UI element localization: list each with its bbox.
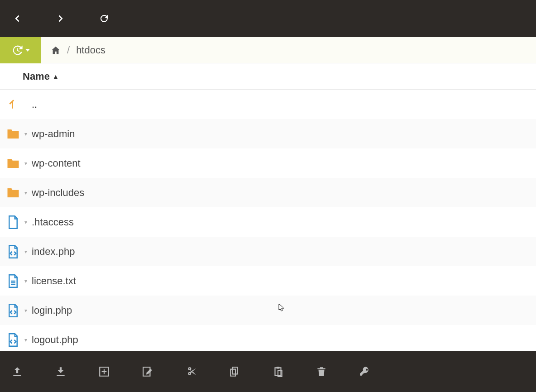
scissors-icon bbox=[185, 366, 197, 378]
row-menu-caret[interactable]: ▾ bbox=[22, 219, 30, 225]
column-header-name[interactable]: Name ▲ bbox=[0, 63, 536, 90]
copy-icon bbox=[229, 366, 240, 378]
file-row[interactable]: ▾license.txt bbox=[0, 266, 536, 296]
folder-icon bbox=[5, 128, 22, 140]
key-icon bbox=[359, 366, 371, 378]
new-button[interactable] bbox=[95, 363, 113, 381]
refresh-icon bbox=[99, 13, 110, 24]
row-menu-caret[interactable]: ▾ bbox=[22, 278, 30, 284]
file-row[interactable]: ▾.htaccess bbox=[0, 207, 536, 237]
breadcrumb-home[interactable] bbox=[51, 45, 61, 55]
folder-row[interactable]: ▾wp-admin bbox=[0, 119, 536, 148]
parent-directory-row[interactable]: .. bbox=[0, 90, 536, 119]
paste-icon bbox=[272, 366, 284, 378]
file-row[interactable]: ▾login.php bbox=[0, 296, 536, 325]
entry-name: logout.php bbox=[30, 334, 78, 346]
entry-name: .htaccess bbox=[30, 216, 74, 228]
file-icon bbox=[5, 215, 22, 229]
code-file-icon bbox=[5, 304, 22, 317]
entry-name: license.txt bbox=[30, 275, 76, 287]
caret-down-icon bbox=[25, 48, 30, 53]
entry-name: wp-includes bbox=[30, 187, 84, 199]
folder-icon bbox=[5, 158, 22, 169]
download-icon bbox=[55, 366, 67, 378]
edit-icon bbox=[142, 366, 153, 378]
download-button[interactable] bbox=[52, 363, 70, 381]
entry-name: wp-admin bbox=[30, 128, 75, 140]
file-list: ..▾wp-admin▾wp-content▾wp-includes▾.htac… bbox=[0, 90, 536, 351]
entry-name: login.php bbox=[30, 305, 72, 316]
entry-name: index.php bbox=[30, 246, 75, 258]
breadcrumb: / htdocs bbox=[41, 44, 105, 56]
copy-button[interactable] bbox=[225, 363, 244, 381]
file-row[interactable]: ▾logout.php bbox=[0, 325, 536, 351]
level-up-icon bbox=[5, 99, 22, 110]
nav-back-button[interactable] bbox=[8, 10, 26, 28]
nav-refresh-button[interactable] bbox=[95, 10, 113, 28]
row-menu-caret[interactable]: ▾ bbox=[22, 160, 30, 167]
bottom-toolbar bbox=[0, 351, 536, 392]
upload-icon bbox=[11, 366, 23, 378]
entry-name: wp-content bbox=[30, 158, 81, 169]
row-menu-caret[interactable]: ▾ bbox=[22, 337, 30, 343]
history-icon bbox=[11, 44, 24, 57]
permissions-button[interactable] bbox=[356, 363, 374, 381]
trash-icon bbox=[316, 366, 327, 378]
breadcrumb-separator: / bbox=[67, 44, 70, 56]
file-row[interactable]: ▾index.php bbox=[0, 237, 536, 266]
folder-icon bbox=[5, 187, 22, 199]
nav-forward-button[interactable] bbox=[52, 10, 70, 28]
sort-ascending-icon: ▲ bbox=[53, 73, 59, 80]
plus-square-icon bbox=[98, 366, 110, 378]
code-file-icon bbox=[5, 333, 22, 347]
cut-button[interactable] bbox=[182, 363, 200, 381]
row-menu-caret[interactable]: ▾ bbox=[22, 131, 30, 137]
entry-name: .. bbox=[30, 99, 37, 110]
breadcrumb-bar: / htdocs bbox=[0, 37, 536, 63]
row-menu-caret[interactable]: ▾ bbox=[22, 190, 30, 196]
chevron-right-icon bbox=[56, 14, 66, 24]
code-file-icon bbox=[5, 245, 22, 258]
folder-row[interactable]: ▾wp-content bbox=[0, 148, 536, 178]
chevron-left-icon bbox=[12, 14, 22, 24]
upload-button[interactable] bbox=[8, 363, 26, 381]
delete-button[interactable] bbox=[312, 363, 330, 381]
column-header-label: Name bbox=[23, 71, 50, 82]
home-icon bbox=[51, 45, 61, 55]
history-dropdown-button[interactable] bbox=[0, 37, 41, 63]
edit-button[interactable] bbox=[139, 363, 157, 381]
top-toolbar bbox=[0, 0, 536, 37]
row-menu-caret[interactable]: ▾ bbox=[22, 307, 30, 314]
folder-row[interactable]: ▾wp-includes bbox=[0, 178, 536, 207]
breadcrumb-item[interactable]: htdocs bbox=[76, 44, 105, 56]
row-menu-caret[interactable]: ▾ bbox=[22, 249, 30, 255]
text-file-icon bbox=[5, 274, 22, 288]
paste-button[interactable] bbox=[269, 363, 287, 381]
